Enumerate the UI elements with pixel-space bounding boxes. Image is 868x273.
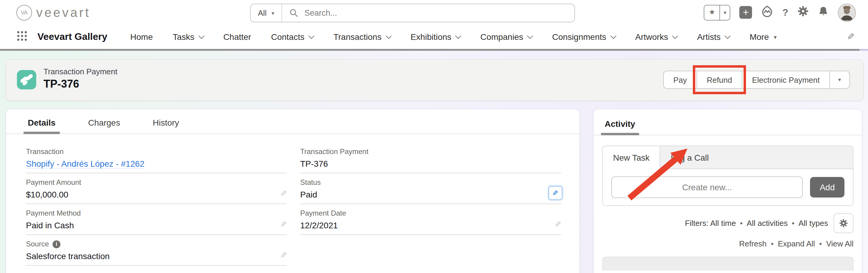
main-content: Transaction Payment TP-376 PayRefundElec… xyxy=(0,51,868,273)
filters-text[interactable]: Filters: All time • All activities • All… xyxy=(685,219,828,228)
filters-label: Filters: xyxy=(685,219,709,228)
chevron-down-icon: ▾ xyxy=(272,10,274,16)
nav-item-more[interactable]: More▾ xyxy=(750,32,777,42)
tab-details[interactable]: Details xyxy=(26,118,57,133)
nav-item-chatter[interactable]: Chatter xyxy=(223,32,251,42)
annotation-highlight-box xyxy=(693,65,746,94)
field-transaction: TransactionShopify - Andrés López - #126… xyxy=(26,143,287,173)
link-refresh[interactable]: Refresh xyxy=(739,239,767,248)
field-value: Shopify - Andrés López - #1262 xyxy=(26,159,271,169)
chevron-down-icon xyxy=(724,33,731,39)
edit-button-active[interactable]: ✎ xyxy=(549,186,562,200)
field-value: Salesforce transaction xyxy=(26,251,271,261)
field-value: Paid in Cash xyxy=(26,220,271,230)
trailhead-icon[interactable] xyxy=(761,5,773,20)
link-view-all[interactable]: View All xyxy=(826,239,854,248)
nav-item-artists[interactable]: Artists xyxy=(697,32,730,42)
field-label: Payment Date xyxy=(300,209,546,217)
action-refund-button[interactable]: Refund xyxy=(696,71,742,89)
nav-item-transactions[interactable]: Transactions xyxy=(334,32,391,42)
info-icon[interactable]: i xyxy=(53,240,60,248)
chevron-down-icon xyxy=(308,33,314,39)
field-label-text: Source xyxy=(26,240,49,248)
details-panel: DetailsChargesHistory TransactionShopify… xyxy=(5,109,580,273)
bullet-separator: • xyxy=(767,239,778,248)
create-new-input[interactable]: Create new... xyxy=(611,176,803,198)
app-name: Veevart Gallery xyxy=(37,31,107,42)
nav-item-contacts[interactable]: Contacts xyxy=(271,32,313,42)
search-input[interactable]: Search... xyxy=(282,8,575,18)
nav-item-label: Home xyxy=(130,32,153,42)
global-actions-plus-icon[interactable]: + xyxy=(739,6,752,19)
activity-header: Activity xyxy=(594,109,862,135)
edit-page-pencil-icon[interactable]: ✎ xyxy=(847,31,855,42)
edit-pencil-icon[interactable]: ✎ xyxy=(555,220,561,229)
field-label: Transaction xyxy=(26,147,271,156)
create-new-placeholder: Create new... xyxy=(682,182,732,192)
nav-item-companies[interactable]: Companies xyxy=(480,32,532,42)
add-button[interactable]: Add xyxy=(810,177,844,198)
nav-item-exhibitions[interactable]: Exhibitions xyxy=(410,32,460,42)
composer-body: Create new... Add xyxy=(603,169,853,205)
field-label-text: Transaction xyxy=(26,147,64,156)
field-value: Paid xyxy=(300,190,546,199)
gear-icon xyxy=(839,219,848,228)
favorites-caret-icon[interactable]: ▾ xyxy=(720,9,730,16)
field-status: StatusPaid✎ xyxy=(300,173,561,204)
record-name: TP-376 xyxy=(43,78,118,91)
edit-pencil-icon[interactable]: ✎ xyxy=(280,251,287,260)
action-more-dropdown-button[interactable]: ▾ xyxy=(829,71,850,89)
nav-item-label: Chatter xyxy=(223,32,251,42)
field-value-link[interactable]: Shopify - Andrés López - #1262 xyxy=(26,159,144,169)
composer-tab-log-a-call[interactable]: Log a Call xyxy=(660,146,719,169)
filter-value-all-types[interactable]: All types xyxy=(799,219,828,228)
tab-activity[interactable]: Activity xyxy=(603,119,637,135)
app-navigation: Veevart Gallery HomeTasksChatterContacts… xyxy=(0,25,868,49)
bell-icon[interactable] xyxy=(818,6,829,19)
help-icon[interactable]: ? xyxy=(782,7,788,18)
record-header: Transaction Payment TP-376 PayRefundElec… xyxy=(5,59,864,101)
nav-item-label: Consignments xyxy=(552,32,606,42)
field-column-2: Transaction PaymentTP-376StatusPaid✎Paym… xyxy=(300,143,561,266)
bullet-separator: • xyxy=(815,239,826,248)
nav-item-label: Companies xyxy=(480,32,523,42)
field-label-text: Payment Date xyxy=(300,209,346,217)
nav-item-tasks[interactable]: Tasks xyxy=(173,32,204,42)
activity-filters-row: Filters: All time • All activities • All… xyxy=(594,206,862,233)
global-search[interactable]: All ▾ Search... xyxy=(250,4,575,22)
next-section-header xyxy=(602,257,854,271)
composer-tab-new-task[interactable]: New Task xyxy=(603,146,660,169)
action-electronic-payment-button[interactable]: Electronic Payment xyxy=(742,71,830,89)
nav-item-label: Tasks xyxy=(173,32,194,42)
nav-item-consignments[interactable]: Consignments xyxy=(552,32,615,42)
tab-charges[interactable]: Charges xyxy=(86,118,122,133)
tab-history[interactable]: History xyxy=(151,118,181,133)
app-launcher-icon[interactable] xyxy=(16,30,28,44)
chevron-down-icon xyxy=(385,33,392,39)
field-payment-amount: Payment Amount$10,000.00✎ xyxy=(26,173,287,204)
filter-value-all-activities[interactable]: All activities xyxy=(747,219,788,228)
nav-item-home[interactable]: Home xyxy=(130,32,153,42)
edit-pencil-icon[interactable]: ✎ xyxy=(280,189,287,198)
action-pay-button[interactable]: Pay xyxy=(663,71,697,89)
search-scope-dropdown[interactable]: All ▾ xyxy=(251,4,282,22)
edit-pencil-icon[interactable]: ✎ xyxy=(280,220,287,229)
star-icon[interactable]: ★ xyxy=(704,5,720,20)
filter-value-all-time[interactable]: All time xyxy=(710,219,736,228)
field-column-1: TransactionShopify - Andrés López - #126… xyxy=(26,143,287,266)
nav-item-label: Exhibitions xyxy=(410,32,451,42)
link-expand-all[interactable]: Expand All xyxy=(778,239,815,248)
filters-settings-button[interactable] xyxy=(834,213,854,233)
avatar[interactable] xyxy=(838,3,856,22)
chevron-down-icon xyxy=(610,33,616,39)
field-payment-date: Payment Date12/2/2021✎ xyxy=(300,204,561,235)
field-label-text: Status xyxy=(300,178,321,187)
field-transaction-payment: Transaction PaymentTP-376 xyxy=(300,143,561,173)
setup-gear-icon[interactable] xyxy=(797,5,809,19)
nav-item-artworks[interactable]: Artworks xyxy=(635,32,677,42)
details-tabs: DetailsChargesHistory xyxy=(6,109,579,134)
favorites-button[interactable]: ★ ▾ xyxy=(704,4,730,20)
record-entity-label: Transaction Payment xyxy=(43,67,118,76)
pencil-icon: ✎ xyxy=(552,189,558,197)
chevron-down-icon xyxy=(672,33,678,39)
